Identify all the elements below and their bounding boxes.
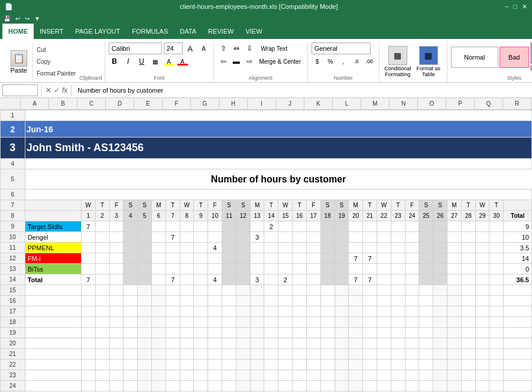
tab-data[interactable]: DATA bbox=[174, 24, 202, 39]
empty-cell[interactable] bbox=[25, 349, 81, 360]
empty-cell[interactable] bbox=[293, 381, 307, 391]
empty-cell[interactable] bbox=[250, 349, 264, 360]
percent-btn[interactable]: % bbox=[325, 55, 336, 67]
data-cell[interactable] bbox=[95, 275, 109, 285]
data-cell[interactable] bbox=[320, 264, 335, 275]
empty-cell[interactable] bbox=[335, 360, 349, 370]
empty-cell[interactable] bbox=[320, 285, 335, 296]
empty-cell[interactable] bbox=[475, 360, 489, 370]
data-cell[interactable] bbox=[377, 243, 391, 253]
empty-cell[interactable] bbox=[166, 370, 180, 381]
data-cell[interactable] bbox=[489, 275, 504, 285]
data-cell[interactable] bbox=[363, 221, 377, 232]
data-cell[interactable] bbox=[95, 243, 109, 253]
data-cell[interactable] bbox=[447, 232, 462, 243]
empty-cell[interactable] bbox=[250, 285, 264, 296]
empty-cell[interactable] bbox=[109, 306, 124, 317]
empty-cell[interactable] bbox=[447, 306, 462, 317]
data-cell[interactable] bbox=[419, 253, 433, 264]
empty-cell[interactable] bbox=[306, 349, 320, 360]
empty-cell[interactable] bbox=[81, 296, 95, 306]
empty-cell[interactable] bbox=[278, 306, 293, 317]
empty-cell[interactable] bbox=[377, 296, 391, 306]
empty-cell[interactable] bbox=[363, 296, 377, 306]
empty-cell[interactable] bbox=[222, 370, 236, 381]
data-cell[interactable] bbox=[306, 232, 320, 243]
empty-cell[interactable] bbox=[320, 360, 335, 370]
data-cell[interactable] bbox=[377, 232, 391, 243]
empty-cell[interactable] bbox=[236, 306, 250, 317]
empty-cell[interactable] bbox=[194, 328, 208, 338]
empty-cell[interactable] bbox=[109, 317, 124, 328]
empty-cell[interactable] bbox=[504, 338, 532, 349]
align-right-btn[interactable]: ⇨ bbox=[244, 55, 255, 67]
data-cell[interactable] bbox=[405, 243, 419, 253]
empty-cell[interactable] bbox=[405, 328, 419, 338]
empty-cell[interactable] bbox=[81, 349, 95, 360]
empty-cell[interactable] bbox=[109, 328, 124, 338]
align-top-btn[interactable]: ⇧ bbox=[218, 43, 229, 54]
empty-cell[interactable] bbox=[504, 317, 532, 328]
data-cell[interactable] bbox=[194, 232, 208, 243]
data-cell[interactable] bbox=[124, 253, 138, 264]
empty-cell[interactable] bbox=[461, 317, 475, 328]
empty-cell[interactable] bbox=[236, 317, 250, 328]
empty-cell[interactable] bbox=[124, 306, 138, 317]
data-cell[interactable] bbox=[236, 232, 250, 243]
empty-cell[interactable] bbox=[461, 370, 475, 381]
col-header-m[interactable]: M bbox=[361, 98, 390, 109]
data-cell[interactable] bbox=[489, 264, 504, 275]
font-color-button[interactable]: A bbox=[177, 55, 189, 67]
empty-cell[interactable] bbox=[433, 338, 447, 349]
empty-cell[interactable] bbox=[391, 349, 405, 360]
font-size-box[interactable]: 24 bbox=[164, 43, 183, 54]
cancel-formula-btn[interactable]: ✕ bbox=[46, 86, 51, 94]
empty-cell[interactable] bbox=[278, 328, 293, 338]
empty-cell[interactable] bbox=[208, 317, 222, 328]
empty-cell[interactable] bbox=[138, 349, 152, 360]
empty-cell[interactable] bbox=[151, 338, 166, 349]
empty-cell[interactable] bbox=[81, 285, 95, 296]
tab-view[interactable]: VIEW bbox=[239, 24, 268, 39]
data-cell[interactable] bbox=[293, 275, 307, 285]
empty-cell[interactable] bbox=[447, 317, 462, 328]
empty-cell[interactable] bbox=[138, 306, 152, 317]
data-cell[interactable] bbox=[405, 221, 419, 232]
empty-cell[interactable] bbox=[433, 370, 447, 381]
data-cell[interactable] bbox=[433, 232, 447, 243]
empty-cell[interactable] bbox=[349, 381, 363, 391]
data-cell[interactable] bbox=[222, 221, 236, 232]
empty-cell[interactable] bbox=[377, 285, 391, 296]
empty-cell[interactable] bbox=[138, 370, 152, 381]
formula-input[interactable] bbox=[75, 84, 530, 96]
empty-cell[interactable] bbox=[25, 328, 81, 338]
data-cell[interactable] bbox=[306, 275, 320, 285]
align-bottom-btn[interactable]: ⇩ bbox=[244, 43, 255, 54]
empty-cell[interactable] bbox=[194, 285, 208, 296]
empty-cell[interactable] bbox=[25, 381, 81, 391]
insert-function-btn[interactable]: fx bbox=[62, 86, 67, 94]
data-cell[interactable] bbox=[405, 232, 419, 243]
copy-button[interactable]: Copy bbox=[35, 58, 77, 66]
empty-cell[interactable] bbox=[419, 360, 433, 370]
empty-cell[interactable] bbox=[335, 381, 349, 391]
empty-cell[interactable] bbox=[25, 370, 81, 381]
empty-cell[interactable] bbox=[95, 285, 109, 296]
empty-cell[interactable] bbox=[138, 317, 152, 328]
data-cell[interactable] bbox=[264, 264, 278, 275]
empty-cell[interactable] bbox=[81, 360, 95, 370]
data-cell[interactable] bbox=[405, 253, 419, 264]
empty-cell[interactable] bbox=[222, 360, 236, 370]
empty-cell[interactable] bbox=[489, 338, 504, 349]
empty-cell[interactable] bbox=[475, 306, 489, 317]
empty-cell[interactable] bbox=[278, 296, 293, 306]
data-cell[interactable] bbox=[489, 243, 504, 253]
col-header-a[interactable]: A bbox=[21, 98, 49, 109]
tab-page-layout[interactable]: PAGE LAYOUT bbox=[69, 24, 126, 39]
empty-cell[interactable] bbox=[419, 381, 433, 391]
data-cell[interactable] bbox=[264, 275, 278, 285]
data-cell[interactable] bbox=[151, 253, 166, 264]
data-cell[interactable] bbox=[461, 221, 475, 232]
empty-cell[interactable] bbox=[363, 285, 377, 296]
empty-cell[interactable] bbox=[320, 338, 335, 349]
